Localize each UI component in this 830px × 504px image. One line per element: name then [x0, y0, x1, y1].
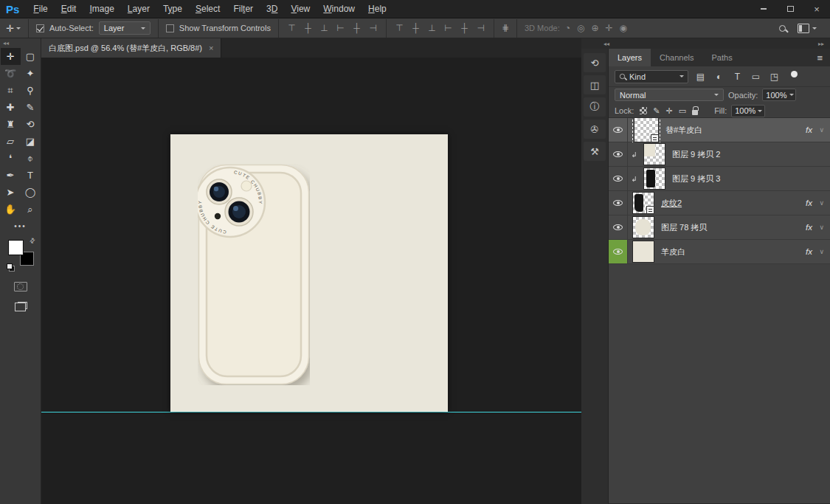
- filter-toggle-icon[interactable]: [791, 71, 798, 77]
- layer-row-tuceng78-copy[interactable]: ↳ 图层 78 拷贝 fx ∨: [609, 215, 830, 240]
- layer-effects-badge[interactable]: fx: [806, 125, 812, 134]
- layer-thumbnail[interactable]: [632, 241, 654, 263]
- clone-stamp-tool[interactable]: ♜: [1, 116, 21, 133]
- screen-mode-button[interactable]: [18, 302, 27, 309]
- distribute-spacing-icon[interactable]: ⋕: [502, 23, 509, 33]
- distribute-left-edges-icon[interactable]: ⊢: [443, 23, 454, 33]
- foreground-color-swatch[interactable]: [9, 241, 23, 255]
- close-button[interactable]: ×: [803, 0, 830, 18]
- active-tool-indicator[interactable]: ✛: [6, 23, 21, 34]
- visibility-toggle[interactable]: [609, 215, 628, 239]
- layer-row-tuceng9-copy3[interactable]: ↳ 图层 9 拷贝 3 fx ∨: [609, 167, 830, 191]
- align-right-edges-icon[interactable]: ⊣: [367, 23, 378, 33]
- dodge-tool[interactable]: ⌽: [21, 150, 41, 167]
- layer-name[interactable]: 图层 78 拷贝: [661, 222, 707, 233]
- blend-mode-dropdown[interactable]: Normal: [615, 89, 724, 101]
- ellipse-tool[interactable]: ◯: [21, 184, 41, 201]
- canvas[interactable]: CUTE CHUBBY CUTE CHUBBY: [170, 134, 448, 412]
- layer-name[interactable]: 皮纹2: [661, 198, 682, 209]
- history-panel-icon[interactable]: ⟲: [584, 53, 606, 72]
- crop-tool[interactable]: ⌗: [1, 82, 21, 99]
- path-selection-tool[interactable]: ➤: [1, 184, 21, 201]
- menu-help[interactable]: Help: [362, 4, 393, 14]
- menu-window[interactable]: Window: [317, 4, 362, 14]
- layer-name[interactable]: 替#羊皮白: [665, 125, 702, 136]
- brush-tool[interactable]: ✎: [21, 99, 41, 116]
- menu-select[interactable]: Select: [189, 4, 226, 14]
- 3d-roll-icon[interactable]: ◎: [577, 23, 584, 33]
- default-colors-icon[interactable]: [7, 263, 15, 272]
- move-tool[interactable]: ✛: [1, 48, 21, 65]
- menu-file[interactable]: File: [27, 4, 54, 14]
- menu-filter[interactable]: Filter: [226, 4, 260, 14]
- layer-effects-badge[interactable]: fx: [806, 223, 812, 232]
- layer-thumbnail[interactable]: [632, 216, 654, 238]
- blur-tool[interactable]: ❛: [1, 150, 21, 167]
- visibility-toggle[interactable]: [609, 191, 628, 215]
- layer-thumbnail[interactable]: [634, 117, 659, 142]
- filter-shape-layers-icon[interactable]: ▭: [750, 72, 761, 82]
- distribute-vertical-centers-icon[interactable]: ┼: [410, 23, 421, 33]
- layer-name[interactable]: 图层 9 拷贝 2: [672, 149, 720, 160]
- visibility-toggle[interactable]: [609, 142, 628, 166]
- quick-mask-button[interactable]: [14, 282, 27, 291]
- menu-type[interactable]: Type: [156, 4, 189, 14]
- canvas-viewport[interactable]: CUTE CHUBBY CUTE CHUBBY: [41, 58, 581, 504]
- pen-tool[interactable]: ✒: [1, 167, 21, 184]
- distribute-horizontal-centers-icon[interactable]: ┼: [459, 23, 470, 33]
- visibility-toggle[interactable]: [609, 240, 628, 263]
- expand-panels-icon[interactable]: ▸▸: [818, 41, 824, 47]
- align-horizontal-centers-icon[interactable]: ┼: [351, 23, 362, 33]
- layer-thumbnail[interactable]: [643, 143, 665, 165]
- layer-row-tihuan-yangpibai[interactable]: ↳ 替#羊皮白 fx ∨: [609, 118, 830, 142]
- opacity-field[interactable]: 100%: [762, 89, 796, 101]
- magic-wand-tool[interactable]: ✦: [21, 65, 41, 82]
- 3d-slide-icon[interactable]: ✛: [606, 23, 613, 33]
- auto-select-target-dropdown[interactable]: Layer: [99, 21, 151, 35]
- 3d-camera-icon[interactable]: ◉: [620, 23, 627, 33]
- layer-row-tuceng9-copy2[interactable]: ↳ 图层 9 拷贝 2 fx ∨: [609, 142, 830, 167]
- zoom-tool[interactable]: ⌕: [21, 201, 41, 218]
- eraser-tool[interactable]: ▱: [1, 133, 21, 150]
- align-vertical-centers-icon[interactable]: ┼: [302, 23, 314, 33]
- chevron-down-icon[interactable]: ∨: [819, 248, 824, 255]
- chevron-down-icon[interactable]: ∨: [819, 199, 824, 207]
- tab-channels[interactable]: Channels: [651, 49, 702, 66]
- chevron-down-icon[interactable]: ∨: [819, 126, 824, 134]
- layer-name[interactable]: 羊皮白: [661, 246, 685, 258]
- layer-row-yangpibai[interactable]: ↳ 羊皮白 fx ∨: [609, 240, 830, 264]
- layer-effects-badge[interactable]: fx: [806, 199, 812, 207]
- edit-toolbar-button[interactable]: •••: [14, 222, 27, 230]
- 3d-orbit-icon[interactable]: ◔: [565, 23, 570, 33]
- toolbar-collapse-icon[interactable]: ◂◂: [0, 38, 41, 48]
- filter-pixel-layers-icon[interactable]: ▤: [695, 72, 706, 82]
- visibility-toggle[interactable]: [609, 118, 628, 142]
- swap-colors-icon[interactable]: ⇄: [28, 236, 37, 245]
- distribute-bottom-edges-icon[interactable]: ⊥: [426, 23, 438, 33]
- layer-thumbnail[interactable]: [632, 192, 654, 214]
- lock-transparent-pixels-icon[interactable]: [640, 107, 647, 114]
- gradient-tool[interactable]: ◪: [21, 133, 41, 150]
- spot-healing-brush-tool[interactable]: ✚: [1, 99, 21, 116]
- filter-smart-objects-icon[interactable]: ◳: [769, 72, 780, 82]
- lock-position-icon[interactable]: ✛: [666, 106, 673, 116]
- document-tab[interactable]: 白底图.psd @ 56.4% (替#羊皮白, RGB/8#) ×: [41, 38, 221, 58]
- maximize-button[interactable]: [777, 0, 803, 18]
- fill-field[interactable]: 100%: [731, 105, 765, 117]
- lock-artboard-icon[interactable]: ▭: [679, 106, 686, 116]
- 3d-pan-icon[interactable]: ⊕: [591, 23, 598, 33]
- menu-3d[interactable]: 3D: [260, 4, 284, 14]
- chevron-down-icon[interactable]: ∨: [819, 224, 824, 231]
- show-transform-controls-checkbox[interactable]: [166, 24, 174, 32]
- hand-tool[interactable]: ✋: [1, 201, 21, 218]
- tool-presets-panel-icon[interactable]: ⚒: [584, 142, 606, 161]
- visibility-toggle[interactable]: [609, 167, 628, 190]
- align-bottom-edges-icon[interactable]: ⊥: [319, 23, 330, 33]
- tab-paths[interactable]: Paths: [703, 49, 741, 66]
- info-panel-icon[interactable]: ⓘ: [584, 97, 606, 117]
- auto-select-checkbox[interactable]: [36, 24, 44, 32]
- history-brush-tool[interactable]: ⟲: [21, 116, 41, 133]
- collapse-panels-icon[interactable]: ◂◂: [604, 41, 609, 47]
- align-left-edges-icon[interactable]: ⊢: [335, 23, 346, 33]
- eyedropper-tool[interactable]: ⚲: [21, 82, 41, 99]
